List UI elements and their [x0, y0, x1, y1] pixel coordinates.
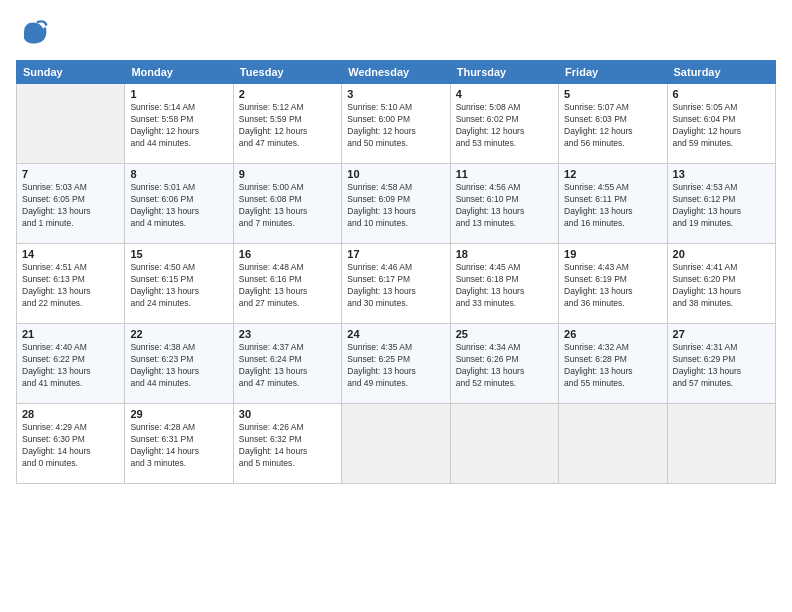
day-number: 26: [564, 328, 661, 340]
day-number: 25: [456, 328, 553, 340]
day-number: 13: [673, 168, 770, 180]
day-number: 30: [239, 408, 336, 420]
day-info: Sunrise: 4:34 AM Sunset: 6:26 PM Dayligh…: [456, 342, 553, 390]
day-info: Sunrise: 4:31 AM Sunset: 6:29 PM Dayligh…: [673, 342, 770, 390]
day-cell: 6Sunrise: 5:05 AM Sunset: 6:04 PM Daylig…: [667, 84, 775, 164]
day-number: 23: [239, 328, 336, 340]
day-info: Sunrise: 4:50 AM Sunset: 6:15 PM Dayligh…: [130, 262, 227, 310]
week-row-2: 7Sunrise: 5:03 AM Sunset: 6:05 PM Daylig…: [17, 164, 776, 244]
day-cell: 4Sunrise: 5:08 AM Sunset: 6:02 PM Daylig…: [450, 84, 558, 164]
day-info: Sunrise: 4:56 AM Sunset: 6:10 PM Dayligh…: [456, 182, 553, 230]
day-cell: 18Sunrise: 4:45 AM Sunset: 6:18 PM Dayli…: [450, 244, 558, 324]
day-cell: 13Sunrise: 4:53 AM Sunset: 6:12 PM Dayli…: [667, 164, 775, 244]
calendar-table: SundayMondayTuesdayWednesdayThursdayFrid…: [16, 60, 776, 484]
day-number: 3: [347, 88, 444, 100]
day-cell: 23Sunrise: 4:37 AM Sunset: 6:24 PM Dayli…: [233, 324, 341, 404]
day-number: 9: [239, 168, 336, 180]
day-info: Sunrise: 4:32 AM Sunset: 6:28 PM Dayligh…: [564, 342, 661, 390]
day-number: 19: [564, 248, 661, 260]
day-info: Sunrise: 4:43 AM Sunset: 6:19 PM Dayligh…: [564, 262, 661, 310]
day-cell: [667, 404, 775, 484]
day-info: Sunrise: 4:37 AM Sunset: 6:24 PM Dayligh…: [239, 342, 336, 390]
column-header-thursday: Thursday: [450, 61, 558, 84]
day-info: Sunrise: 5:14 AM Sunset: 5:58 PM Dayligh…: [130, 102, 227, 150]
day-cell: 7Sunrise: 5:03 AM Sunset: 6:05 PM Daylig…: [17, 164, 125, 244]
day-info: Sunrise: 4:45 AM Sunset: 6:18 PM Dayligh…: [456, 262, 553, 310]
day-cell: 2Sunrise: 5:12 AM Sunset: 5:59 PM Daylig…: [233, 84, 341, 164]
day-number: 17: [347, 248, 444, 260]
day-info: Sunrise: 4:35 AM Sunset: 6:25 PM Dayligh…: [347, 342, 444, 390]
day-number: 2: [239, 88, 336, 100]
day-number: 11: [456, 168, 553, 180]
day-number: 16: [239, 248, 336, 260]
calendar-header: SundayMondayTuesdayWednesdayThursdayFrid…: [17, 61, 776, 84]
day-info: Sunrise: 4:26 AM Sunset: 6:32 PM Dayligh…: [239, 422, 336, 470]
day-cell: [342, 404, 450, 484]
day-info: Sunrise: 4:38 AM Sunset: 6:23 PM Dayligh…: [130, 342, 227, 390]
day-cell: 27Sunrise: 4:31 AM Sunset: 6:29 PM Dayli…: [667, 324, 775, 404]
calendar-body: 1Sunrise: 5:14 AM Sunset: 5:58 PM Daylig…: [17, 84, 776, 484]
day-info: Sunrise: 5:12 AM Sunset: 5:59 PM Dayligh…: [239, 102, 336, 150]
logo: [16, 16, 52, 48]
day-info: Sunrise: 4:58 AM Sunset: 6:09 PM Dayligh…: [347, 182, 444, 230]
day-cell: 10Sunrise: 4:58 AM Sunset: 6:09 PM Dayli…: [342, 164, 450, 244]
day-info: Sunrise: 5:05 AM Sunset: 6:04 PM Dayligh…: [673, 102, 770, 150]
week-row-1: 1Sunrise: 5:14 AM Sunset: 5:58 PM Daylig…: [17, 84, 776, 164]
logo-icon: [16, 16, 48, 48]
day-number: 5: [564, 88, 661, 100]
column-header-friday: Friday: [559, 61, 667, 84]
column-header-wednesday: Wednesday: [342, 61, 450, 84]
day-info: Sunrise: 5:07 AM Sunset: 6:03 PM Dayligh…: [564, 102, 661, 150]
day-info: Sunrise: 5:01 AM Sunset: 6:06 PM Dayligh…: [130, 182, 227, 230]
day-cell: 14Sunrise: 4:51 AM Sunset: 6:13 PM Dayli…: [17, 244, 125, 324]
day-cell: 12Sunrise: 4:55 AM Sunset: 6:11 PM Dayli…: [559, 164, 667, 244]
day-info: Sunrise: 4:29 AM Sunset: 6:30 PM Dayligh…: [22, 422, 119, 470]
day-info: Sunrise: 5:10 AM Sunset: 6:00 PM Dayligh…: [347, 102, 444, 150]
day-cell: 19Sunrise: 4:43 AM Sunset: 6:19 PM Dayli…: [559, 244, 667, 324]
day-number: 18: [456, 248, 553, 260]
day-cell: 1Sunrise: 5:14 AM Sunset: 5:58 PM Daylig…: [125, 84, 233, 164]
day-number: 20: [673, 248, 770, 260]
day-cell: 20Sunrise: 4:41 AM Sunset: 6:20 PM Dayli…: [667, 244, 775, 324]
column-header-tuesday: Tuesday: [233, 61, 341, 84]
day-cell: [17, 84, 125, 164]
day-number: 14: [22, 248, 119, 260]
day-info: Sunrise: 4:48 AM Sunset: 6:16 PM Dayligh…: [239, 262, 336, 310]
day-cell: 11Sunrise: 4:56 AM Sunset: 6:10 PM Dayli…: [450, 164, 558, 244]
day-number: 29: [130, 408, 227, 420]
day-number: 12: [564, 168, 661, 180]
day-cell: 16Sunrise: 4:48 AM Sunset: 6:16 PM Dayli…: [233, 244, 341, 324]
page-header: [16, 16, 776, 48]
day-cell: 22Sunrise: 4:38 AM Sunset: 6:23 PM Dayli…: [125, 324, 233, 404]
day-cell: 15Sunrise: 4:50 AM Sunset: 6:15 PM Dayli…: [125, 244, 233, 324]
day-number: 4: [456, 88, 553, 100]
day-number: 7: [22, 168, 119, 180]
day-cell: [559, 404, 667, 484]
day-number: 27: [673, 328, 770, 340]
day-info: Sunrise: 4:51 AM Sunset: 6:13 PM Dayligh…: [22, 262, 119, 310]
header-row: SundayMondayTuesdayWednesdayThursdayFrid…: [17, 61, 776, 84]
day-number: 8: [130, 168, 227, 180]
day-info: Sunrise: 4:28 AM Sunset: 6:31 PM Dayligh…: [130, 422, 227, 470]
day-info: Sunrise: 5:08 AM Sunset: 6:02 PM Dayligh…: [456, 102, 553, 150]
day-cell: 24Sunrise: 4:35 AM Sunset: 6:25 PM Dayli…: [342, 324, 450, 404]
day-cell: 30Sunrise: 4:26 AM Sunset: 6:32 PM Dayli…: [233, 404, 341, 484]
day-cell: 8Sunrise: 5:01 AM Sunset: 6:06 PM Daylig…: [125, 164, 233, 244]
day-cell: [450, 404, 558, 484]
day-number: 1: [130, 88, 227, 100]
day-cell: 5Sunrise: 5:07 AM Sunset: 6:03 PM Daylig…: [559, 84, 667, 164]
column-header-sunday: Sunday: [17, 61, 125, 84]
day-cell: 28Sunrise: 4:29 AM Sunset: 6:30 PM Dayli…: [17, 404, 125, 484]
day-number: 22: [130, 328, 227, 340]
day-cell: 29Sunrise: 4:28 AM Sunset: 6:31 PM Dayli…: [125, 404, 233, 484]
day-number: 15: [130, 248, 227, 260]
day-info: Sunrise: 4:55 AM Sunset: 6:11 PM Dayligh…: [564, 182, 661, 230]
day-cell: 21Sunrise: 4:40 AM Sunset: 6:22 PM Dayli…: [17, 324, 125, 404]
day-info: Sunrise: 5:00 AM Sunset: 6:08 PM Dayligh…: [239, 182, 336, 230]
day-info: Sunrise: 4:40 AM Sunset: 6:22 PM Dayligh…: [22, 342, 119, 390]
day-number: 24: [347, 328, 444, 340]
day-info: Sunrise: 4:53 AM Sunset: 6:12 PM Dayligh…: [673, 182, 770, 230]
day-cell: 26Sunrise: 4:32 AM Sunset: 6:28 PM Dayli…: [559, 324, 667, 404]
day-cell: 3Sunrise: 5:10 AM Sunset: 6:00 PM Daylig…: [342, 84, 450, 164]
day-cell: 25Sunrise: 4:34 AM Sunset: 6:26 PM Dayli…: [450, 324, 558, 404]
